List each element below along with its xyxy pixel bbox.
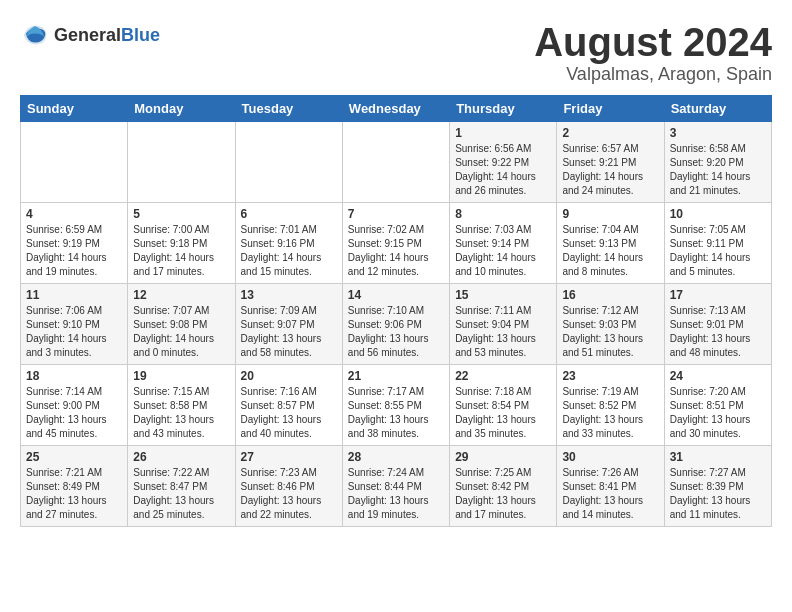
cell-content-line: Daylight: 13 hours [241, 494, 337, 508]
cell-content-line: Daylight: 13 hours [133, 494, 229, 508]
cell-content-line: Sunrise: 7:01 AM [241, 223, 337, 237]
day-number: 2 [562, 126, 658, 140]
day-number: 1 [455, 126, 551, 140]
cell-content-line: Sunset: 9:07 PM [241, 318, 337, 332]
cell-content-line: and 19 minutes. [348, 508, 444, 522]
cell-content-line: and 48 minutes. [670, 346, 766, 360]
cell-content-line: Sunset: 9:14 PM [455, 237, 551, 251]
calendar-cell: 3Sunrise: 6:58 AMSunset: 9:20 PMDaylight… [664, 122, 771, 203]
cell-content-line: Sunset: 9:03 PM [562, 318, 658, 332]
cell-content-line: Daylight: 13 hours [562, 494, 658, 508]
cell-content-line: and 40 minutes. [241, 427, 337, 441]
month-title: August 2024 [534, 20, 772, 64]
calendar-cell: 10Sunrise: 7:05 AMSunset: 9:11 PMDayligh… [664, 203, 771, 284]
cell-content-line: Daylight: 14 hours [562, 170, 658, 184]
cell-content-line: Daylight: 13 hours [670, 332, 766, 346]
calendar-cell [21, 122, 128, 203]
calendar-cell [342, 122, 449, 203]
cell-content-line: Daylight: 14 hours [133, 332, 229, 346]
cell-content-line: Sunrise: 7:23 AM [241, 466, 337, 480]
cell-content-line: and 14 minutes. [562, 508, 658, 522]
cell-content-line: Daylight: 13 hours [670, 494, 766, 508]
cell-content-line: and 17 minutes. [133, 265, 229, 279]
cell-content-line: and 0 minutes. [133, 346, 229, 360]
day-number: 23 [562, 369, 658, 383]
cell-content-line: Daylight: 13 hours [26, 413, 122, 427]
cell-content-line: and 22 minutes. [241, 508, 337, 522]
day-number: 20 [241, 369, 337, 383]
cell-content-line: Daylight: 14 hours [26, 332, 122, 346]
calendar-cell: 31Sunrise: 7:27 AMSunset: 8:39 PMDayligh… [664, 446, 771, 527]
cell-content-line: Daylight: 13 hours [562, 332, 658, 346]
cell-content-line: Sunset: 9:13 PM [562, 237, 658, 251]
cell-content-line: Sunrise: 6:58 AM [670, 142, 766, 156]
cell-content-line: Daylight: 13 hours [455, 332, 551, 346]
cell-content-line: Sunrise: 7:02 AM [348, 223, 444, 237]
cell-content-line: Sunrise: 7:04 AM [562, 223, 658, 237]
cell-content-line: and 51 minutes. [562, 346, 658, 360]
calendar-cell: 23Sunrise: 7:19 AMSunset: 8:52 PMDayligh… [557, 365, 664, 446]
calendar-cell: 30Sunrise: 7:26 AMSunset: 8:41 PMDayligh… [557, 446, 664, 527]
day-number: 7 [348, 207, 444, 221]
cell-content-line: Sunset: 9:19 PM [26, 237, 122, 251]
cell-content-line: Sunrise: 7:11 AM [455, 304, 551, 318]
calendar-cell: 4Sunrise: 6:59 AMSunset: 9:19 PMDaylight… [21, 203, 128, 284]
cell-content-line: and 30 minutes. [670, 427, 766, 441]
page-header: General Blue August 2024 Valpalmas, Arag… [20, 20, 772, 85]
cell-content-line: Daylight: 14 hours [670, 170, 766, 184]
day-number: 26 [133, 450, 229, 464]
cell-content-line: Sunset: 8:58 PM [133, 399, 229, 413]
day-number: 9 [562, 207, 658, 221]
title-area: August 2024 Valpalmas, Aragon, Spain [534, 20, 772, 85]
calendar-week-row: 18Sunrise: 7:14 AMSunset: 9:00 PMDayligh… [21, 365, 772, 446]
cell-content-line: and 3 minutes. [26, 346, 122, 360]
logo: General Blue [20, 20, 160, 50]
calendar-body: 1Sunrise: 6:56 AMSunset: 9:22 PMDaylight… [21, 122, 772, 527]
calendar-cell: 22Sunrise: 7:18 AMSunset: 8:54 PMDayligh… [450, 365, 557, 446]
day-number: 19 [133, 369, 229, 383]
calendar-cell: 5Sunrise: 7:00 AMSunset: 9:18 PMDaylight… [128, 203, 235, 284]
cell-content-line: Sunset: 9:21 PM [562, 156, 658, 170]
cell-content-line: Sunset: 9:04 PM [455, 318, 551, 332]
logo-blue-text: Blue [121, 25, 160, 46]
logo-general-text: General [54, 25, 121, 46]
cell-content-line: Sunrise: 7:24 AM [348, 466, 444, 480]
calendar-cell: 9Sunrise: 7:04 AMSunset: 9:13 PMDaylight… [557, 203, 664, 284]
cell-content-line: Daylight: 13 hours [241, 332, 337, 346]
day-number: 4 [26, 207, 122, 221]
cell-content-line: Daylight: 14 hours [133, 251, 229, 265]
cell-content-line: and 33 minutes. [562, 427, 658, 441]
day-number: 14 [348, 288, 444, 302]
cell-content-line: Sunrise: 6:56 AM [455, 142, 551, 156]
cell-content-line: Sunrise: 7:13 AM [670, 304, 766, 318]
calendar-week-row: 4Sunrise: 6:59 AMSunset: 9:19 PMDaylight… [21, 203, 772, 284]
col-friday: Friday [557, 96, 664, 122]
calendar-cell: 28Sunrise: 7:24 AMSunset: 8:44 PMDayligh… [342, 446, 449, 527]
calendar-cell: 21Sunrise: 7:17 AMSunset: 8:55 PMDayligh… [342, 365, 449, 446]
calendar-cell: 7Sunrise: 7:02 AMSunset: 9:15 PMDaylight… [342, 203, 449, 284]
day-number: 18 [26, 369, 122, 383]
logo-text-wrap: General Blue [54, 25, 160, 46]
logo-icon [20, 20, 50, 50]
cell-content-line: Sunset: 8:55 PM [348, 399, 444, 413]
calendar-week-row: 25Sunrise: 7:21 AMSunset: 8:49 PMDayligh… [21, 446, 772, 527]
cell-content-line: Sunrise: 6:59 AM [26, 223, 122, 237]
day-number: 13 [241, 288, 337, 302]
day-number: 5 [133, 207, 229, 221]
calendar-cell: 13Sunrise: 7:09 AMSunset: 9:07 PMDayligh… [235, 284, 342, 365]
calendar-week-row: 11Sunrise: 7:06 AMSunset: 9:10 PMDayligh… [21, 284, 772, 365]
cell-content-line: Sunset: 9:22 PM [455, 156, 551, 170]
cell-content-line: Daylight: 13 hours [348, 332, 444, 346]
day-number: 8 [455, 207, 551, 221]
cell-content-line: Daylight: 13 hours [241, 413, 337, 427]
cell-content-line: and 17 minutes. [455, 508, 551, 522]
day-number: 17 [670, 288, 766, 302]
cell-content-line: Sunset: 9:20 PM [670, 156, 766, 170]
cell-content-line: Daylight: 13 hours [562, 413, 658, 427]
col-monday: Monday [128, 96, 235, 122]
cell-content-line: Sunrise: 7:15 AM [133, 385, 229, 399]
cell-content-line: Sunrise: 7:10 AM [348, 304, 444, 318]
cell-content-line: and 19 minutes. [26, 265, 122, 279]
cell-content-line: Daylight: 14 hours [26, 251, 122, 265]
cell-content-line: and 5 minutes. [670, 265, 766, 279]
